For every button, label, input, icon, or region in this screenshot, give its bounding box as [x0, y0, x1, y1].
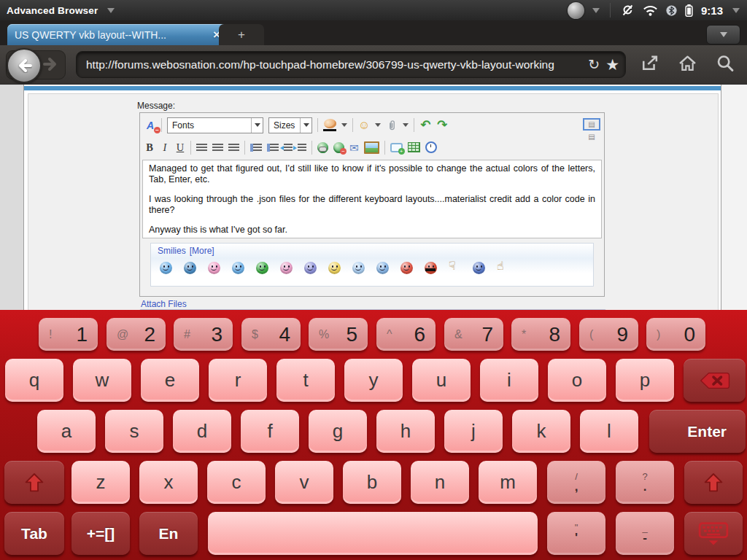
key-6[interactable]: ^6: [376, 318, 436, 351]
key-enter[interactable]: Enter: [649, 410, 746, 453]
smiley-frown[interactable]: [304, 262, 317, 274]
address-input[interactable]: http://forums.webosnation.com/hp-touchpa…: [76, 51, 626, 78]
sizes-dropdown[interactable]: Sizes: [268, 117, 312, 133]
align-right-icon[interactable]: [228, 144, 239, 152]
underline-button[interactable]: U: [175, 141, 185, 154]
attachment-paperclip-icon[interactable]: [386, 119, 398, 132]
key-j[interactable]: j: [444, 410, 503, 453]
redo-icon[interactable]: ↷: [436, 119, 448, 132]
key-shift-left[interactable]: [4, 461, 64, 504]
key-h[interactable]: h: [376, 410, 435, 453]
font-color-button[interactable]: [323, 119, 336, 131]
key-m[interactable]: m: [479, 461, 537, 504]
smiley-censored[interactable]: [425, 262, 437, 274]
key-backspace[interactable]: [684, 359, 746, 402]
smiley-laughing[interactable]: [160, 262, 172, 274]
key-period[interactable]: ?.: [616, 461, 674, 504]
date-time-icon[interactable]: [425, 141, 437, 153]
new-tab-button[interactable]: +: [219, 24, 264, 45]
key-5[interactable]: %5: [309, 318, 368, 351]
key-7[interactable]: &7: [444, 318, 503, 351]
key-t[interactable]: t: [276, 359, 335, 402]
key-s[interactable]: s: [105, 410, 163, 453]
key-v[interactable]: v: [275, 461, 333, 504]
smiley-mad[interactable]: [400, 262, 413, 274]
undo-icon[interactable]: ↶: [419, 119, 431, 132]
user-avatar[interactable]: [568, 2, 584, 19]
key-u[interactable]: u: [412, 359, 471, 402]
insert-link-icon[interactable]: [317, 142, 328, 153]
smiley-grin[interactable]: [256, 262, 268, 274]
remove-link-icon[interactable]: [333, 142, 344, 153]
key-4[interactable]: $4: [241, 318, 301, 351]
key-q[interactable]: q: [5, 359, 63, 402]
message-body-textarea[interactable]: Managed to get that figured out, I'd sti…: [142, 160, 602, 238]
key-f[interactable]: f: [241, 410, 299, 453]
key-shift-right[interactable]: [684, 461, 743, 504]
smiley-thumbs-up[interactable]: ☝: [497, 262, 509, 274]
key-x[interactable]: x: [139, 461, 198, 504]
key-b[interactable]: b: [343, 461, 401, 504]
key-1[interactable]: !1: [39, 318, 98, 351]
key-space[interactable]: [208, 512, 538, 555]
smiley-eek[interactable]: [376, 262, 389, 274]
smiley-wink[interactable]: [232, 262, 244, 274]
smiley-confused[interactable]: [352, 262, 365, 274]
insert-smiley-icon[interactable]: ☺: [358, 119, 370, 132]
key-tab[interactable]: Tab: [4, 512, 64, 555]
remove-format-icon[interactable]: A: [144, 119, 156, 132]
key-g[interactable]: g: [309, 410, 367, 453]
key-y[interactable]: y: [344, 359, 403, 402]
key-d[interactable]: d: [173, 410, 231, 453]
statusbar-dropdown-icon[interactable]: [732, 8, 740, 17]
bold-button[interactable]: B: [144, 141, 155, 154]
key-a[interactable]: a: [37, 410, 96, 453]
key-0[interactable]: )0: [646, 318, 705, 351]
font-color-caret-icon[interactable]: [341, 123, 347, 130]
quote-icon[interactable]: [390, 143, 403, 152]
bookmark-star-icon[interactable]: ★: [605, 57, 619, 72]
outdent-icon[interactable]: [284, 144, 293, 152]
smiley-cool[interactable]: [184, 262, 196, 274]
search-icon[interactable]: [716, 55, 734, 74]
key-9[interactable]: (9: [579, 318, 638, 351]
smiley-thumbs-down[interactable]: ☟: [449, 262, 461, 274]
attach-files-link[interactable]: Attach Files: [141, 299, 187, 309]
smiley-devious[interactable]: [473, 262, 485, 274]
app-menu[interactable]: Advanced Browser: [0, 4, 115, 17]
home-icon[interactable]: [678, 55, 697, 74]
smiley-blush[interactable]: [280, 262, 293, 274]
key-o[interactable]: o: [548, 359, 606, 402]
key-3[interactable]: #3: [174, 318, 233, 351]
attachment-caret-icon[interactable]: [403, 123, 409, 130]
unordered-list-icon[interactable]: [267, 144, 279, 152]
indent-icon[interactable]: [298, 144, 306, 152]
key-z[interactable]: z: [71, 461, 130, 504]
back-button[interactable]: [7, 48, 42, 83]
key-r[interactable]: r: [209, 359, 267, 402]
key-hyphen[interactable]: _-: [616, 512, 674, 555]
browser-tab-active[interactable]: US QWERTY vkb layout--WITH... ×: [7, 24, 228, 45]
key-e[interactable]: e: [141, 359, 199, 402]
key-n[interactable]: n: [411, 461, 469, 504]
italic-button[interactable]: I: [160, 141, 170, 154]
smiley-tongue[interactable]: [208, 262, 220, 274]
key-8[interactable]: *8: [511, 318, 570, 351]
key-symbols[interactable]: +=[]: [71, 512, 130, 555]
tab-list-dropdown-button[interactable]: [706, 25, 740, 44]
wysiwyg-toggle-button[interactable]: ▤: [583, 118, 600, 131]
insert-image-icon[interactable]: [364, 141, 379, 154]
forward-button[interactable]: [43, 57, 59, 74]
fonts-dropdown[interactable]: Fonts: [167, 117, 263, 133]
key-p[interactable]: p: [616, 359, 674, 402]
share-icon[interactable]: [640, 55, 659, 74]
smilies-more-link[interactable]: [More]: [190, 246, 214, 256]
smiley-smile[interactable]: [328, 262, 341, 274]
key-l[interactable]: l: [580, 410, 638, 453]
ordered-list-icon[interactable]: [250, 144, 262, 152]
source-toggle-button[interactable]: ▤: [584, 132, 599, 141]
key-language[interactable]: En: [139, 512, 198, 555]
align-left-icon[interactable]: [196, 144, 207, 152]
key-c[interactable]: c: [207, 461, 266, 504]
align-center-icon[interactable]: [212, 144, 223, 152]
